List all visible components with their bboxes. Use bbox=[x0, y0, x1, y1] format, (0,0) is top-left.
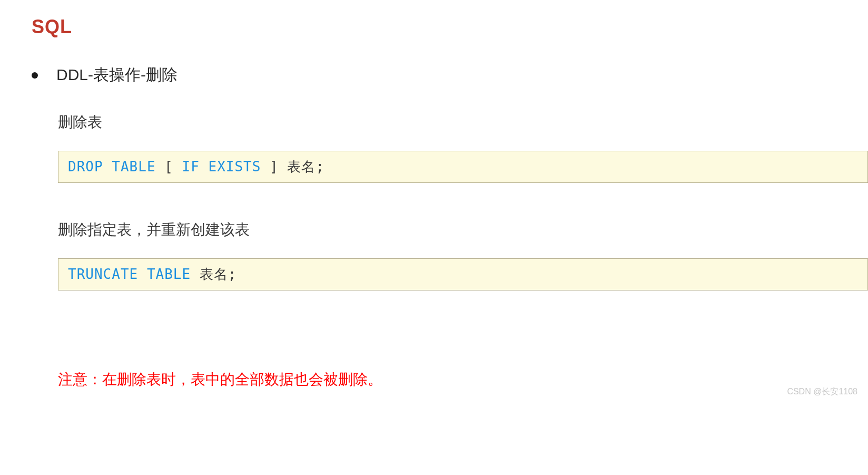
warning-note: 注意：在删除表时，表中的全部数据也会被删除。 bbox=[58, 370, 868, 390]
code-box-1: DROP TABLE [ IF EXISTS ] 表名; bbox=[58, 151, 868, 183]
subtitle-1: 删除表 bbox=[58, 112, 868, 132]
code-keyword-if-exists: IF EXISTS bbox=[182, 159, 261, 175]
code-bracket-close: ] bbox=[261, 159, 287, 175]
code-tail-2: 表名; bbox=[191, 266, 236, 282]
bullet-heading-text: DDL-表操作-删除 bbox=[56, 64, 177, 86]
code-keyword-drop-table: DROP TABLE bbox=[68, 159, 156, 175]
content-section-1: 删除表 DROP TABLE [ IF EXISTS ] 表名; bbox=[58, 112, 868, 183]
content-section-2: 删除指定表，并重新创建该表 TRUNCATE TABLE 表名; bbox=[58, 220, 868, 290]
code-keyword-truncate-table: TRUNCATE TABLE bbox=[68, 266, 191, 282]
page-title: SQL bbox=[32, 16, 868, 38]
subtitle-2: 删除指定表，并重新创建该表 bbox=[58, 220, 868, 240]
code-tail-1: 表名; bbox=[287, 159, 324, 175]
code-bracket-open: [ bbox=[156, 159, 182, 175]
code-box-2: TRUNCATE TABLE 表名; bbox=[58, 258, 868, 290]
watermark-text: CSDN @长安1108 bbox=[787, 386, 857, 398]
bullet-heading-row: DDL-表操作-删除 bbox=[32, 64, 868, 86]
bullet-icon bbox=[32, 72, 38, 79]
